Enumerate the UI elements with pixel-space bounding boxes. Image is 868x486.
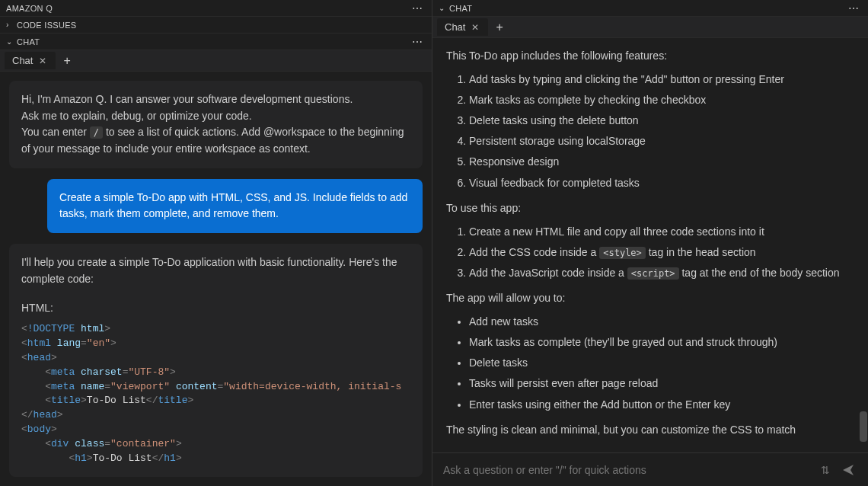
chat-title-left: CHAT [17, 37, 40, 46]
system-message: Hi, I'm Amazon Q. I can answer your soft… [9, 81, 423, 168]
usage-list: Create a new HTML file and copy all thre… [469, 223, 854, 282]
list-item: Mark tasks as complete (they'll be graye… [469, 334, 854, 351]
chat-more-icon-left[interactable]: ⋯ [409, 36, 426, 48]
tab-label: Chat [445, 21, 465, 33]
list-item: Add tasks by typing and clicking the "Ad… [469, 71, 854, 88]
chat-input[interactable]: Ask a question or enter "/" for quick ac… [443, 464, 812, 476]
send-icon[interactable] [839, 464, 857, 476]
add-tab-icon[interactable]: + [490, 21, 509, 34]
system-line-1: Hi, I'm Amazon Q. I can answer your soft… [21, 91, 410, 108]
list-item: Visual feedback for completed tasks [469, 174, 854, 192]
left-panel: AMAZON Q ⋯ › CODE ISSUES ⌄ CHAT ⋯ Chat ✕… [0, 0, 432, 486]
assistant-message-left: I'll help you create a simple To-Do appl… [9, 244, 423, 477]
right-tabs-bar: Chat ✕ + [432, 17, 868, 38]
slash-code: / [90, 126, 103, 139]
code-style-tag: <style> [599, 247, 646, 259]
list-item: Enter tasks using either the Add button … [469, 396, 854, 414]
chat-section-header-right[interactable]: ⌄ CHAT ⋯ [432, 0, 868, 17]
list-item: Persistent storage using localStorage [469, 133, 854, 150]
features-list: Add tasks by typing and clicking the "Ad… [469, 71, 854, 192]
list-item: Delete tasks [469, 354, 854, 372]
user-message: Create a simple To-Do app with HTML, CSS… [47, 179, 423, 233]
amazon-q-header[interactable]: AMAZON Q ⋯ [0, 0, 432, 17]
allow-list: Add new tasks Mark tasks as complete (th… [469, 313, 854, 413]
code-label-html: HTML: [21, 300, 410, 317]
code-issues-header[interactable]: › CODE ISSUES [0, 17, 432, 34]
system-line-3: You can enter / to see a list of quick a… [21, 124, 410, 157]
system-line-2: Ask me to explain, debug, or optimize yo… [21, 108, 410, 125]
amazon-q-more-icon[interactable]: ⋯ [409, 2, 426, 14]
list-item: Create a new HTML file and copy all thre… [469, 223, 854, 241]
chevron-down-icon: ⌄ [6, 37, 14, 46]
tab-chat-right[interactable]: Chat ✕ [437, 18, 488, 36]
tab-chat-left[interactable]: Chat ✕ [5, 52, 56, 69]
close-icon[interactable]: ✕ [470, 22, 480, 33]
close-icon[interactable]: ✕ [37, 56, 48, 66]
scrollbar-thumb[interactable] [860, 411, 867, 442]
list-item: Tasks will persist even after page reloa… [469, 375, 854, 392]
amazon-q-title: AMAZON Q [6, 4, 53, 13]
code-issues-title: CODE ISSUES [17, 21, 77, 30]
chat-title-right: CHAT [449, 4, 472, 13]
chat-more-icon-right[interactable]: ⋯ [845, 2, 862, 14]
expand-icon[interactable]: ⇅ [818, 464, 833, 476]
tab-label: Chat [12, 55, 33, 66]
usage-intro: To use this app: [446, 200, 854, 217]
list-item: Delete tasks using the delete button [469, 112, 854, 129]
right-panel: ⌄ CHAT ⋯ Chat ✕ + This To-Do app include… [432, 0, 868, 486]
code-block-html[interactable]: <!DOCTYPE html> <html lang="en"> <head> … [21, 322, 410, 466]
list-item: Add new tasks [469, 313, 854, 331]
chat-input-bar: Ask a question or enter "/" for quick ac… [432, 452, 868, 486]
list-item: Add the CSS code inside a <style> tag in… [469, 244, 854, 261]
chevron-right-icon: › [6, 21, 14, 29]
styling-note: The styling is clean and minimal, but yo… [446, 421, 854, 439]
add-tab-icon[interactable]: + [57, 54, 76, 68]
left-chat-body: Hi, I'm Amazon Q. I can answer your soft… [0, 72, 432, 486]
features-intro: This To-Do app includes the following fe… [446, 47, 854, 65]
code-script-tag: <script> [627, 267, 679, 280]
left-tabs-bar: Chat ✕ + [0, 50, 432, 72]
right-chat-body: This To-Do app includes the following fe… [432, 38, 868, 452]
list-item: Add the JavaScript code inside a <script… [469, 264, 854, 282]
allow-intro: The app will allow you to: [446, 289, 854, 307]
chevron-down-icon: ⌄ [439, 4, 446, 12]
list-item: Responsive design [469, 153, 854, 171]
list-item: Mark tasks as complete by checking the c… [469, 91, 854, 109]
assistant-intro: I'll help you create a simple To-Do appl… [21, 254, 410, 287]
chat-section-header-left[interactable]: ⌄ CHAT ⋯ [0, 34, 432, 50]
